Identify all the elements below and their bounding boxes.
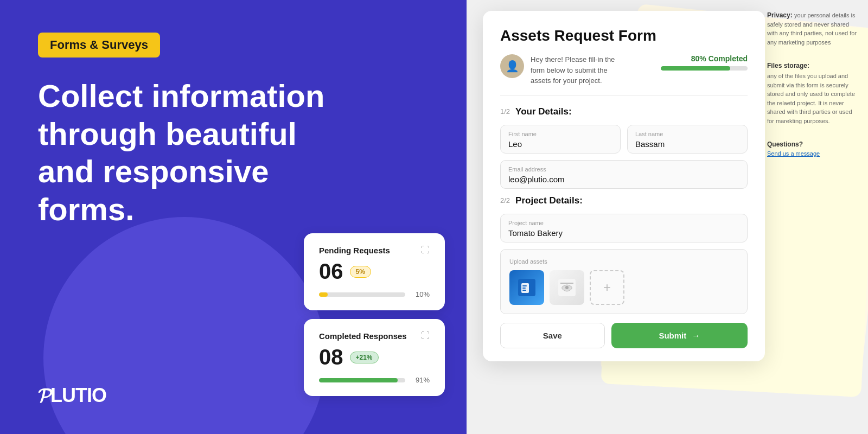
completed-number-row: 08 +21% <box>319 345 430 369</box>
svg-rect-4 <box>522 290 526 291</box>
form-progress-section: 80% Completed <box>661 54 748 71</box>
plutio-logo: 𝓟LUTIO <box>38 384 106 407</box>
questions-note-title: Questions? <box>767 141 859 148</box>
svg-rect-3 <box>522 288 526 289</box>
submit-button[interactable]: Submit → <box>611 323 748 348</box>
completed-progress-bar-bg <box>319 378 405 382</box>
completed-progress-bar-fill <box>319 378 398 382</box>
completed-number: 08 <box>319 345 343 369</box>
save-button[interactable]: Save <box>500 323 605 348</box>
completed-card-title: Completed Responses <box>319 331 407 341</box>
section2-step: 2/2 <box>500 196 510 205</box>
first-name-label: First name <box>508 131 612 137</box>
send-message-link[interactable]: Send us a message <box>767 150 820 157</box>
last-name-label: Last name <box>635 131 739 137</box>
upload-assets-area[interactable]: Upload assets <box>500 249 748 314</box>
pending-progress-bar-fill <box>319 292 328 297</box>
avatar-message-group: 👤 Hey there! Please fill-in the form bel… <box>500 54 628 86</box>
pending-progress-label: 10% <box>411 290 430 298</box>
project-name-value: Tomato Bakery <box>508 228 739 238</box>
project-name-field[interactable]: Project name Tomato Bakery <box>500 214 748 242</box>
pending-progress-row: 10% <box>319 290 430 298</box>
expand-icon-completed[interactable]: ⛶ <box>421 331 430 341</box>
side-notes-panel: Privacy: your personal details is safely… <box>767 11 859 172</box>
first-name-group: First name Leo <box>500 125 621 154</box>
first-name-field[interactable]: First name Leo <box>500 125 621 154</box>
files-note-text: any of the files you upload and submit v… <box>767 72 859 125</box>
card-header-pending: Pending Requests ⛶ <box>319 245 430 255</box>
pending-number: 06 <box>319 259 343 284</box>
submit-label: Submit <box>659 331 686 340</box>
project-name-label: Project name <box>508 220 739 226</box>
files-note: Files storage: any of the files you uplo… <box>767 62 859 125</box>
name-field-row: First name Leo Last name Bassam <box>500 125 748 154</box>
pending-badge: 5% <box>350 266 371 278</box>
form-card: Assets Request Form 👤 Hey there! Please … <box>483 11 765 361</box>
last-name-group: Last name Bassam <box>627 125 748 154</box>
email-field[interactable]: Email address leo@plutio.com <box>500 160 748 189</box>
headline: Collect information through beautiful an… <box>38 77 353 228</box>
form-header-row: 👤 Hey there! Please fill-in the form bel… <box>500 54 748 95</box>
form-title: Assets Request Form <box>500 27 748 44</box>
section1-title: Your Details: <box>515 106 572 117</box>
completed-responses-card: Completed Responses ⛶ 08 +21% 91% <box>304 319 445 396</box>
upload-thumb-2 <box>550 270 584 305</box>
logo-text: 𝓟LUTIO <box>38 384 106 407</box>
pending-card-title: Pending Requests <box>319 246 390 255</box>
stat-cards-container: Pending Requests ⛶ 06 5% 10% Completed R… <box>304 233 445 396</box>
completed-progress-row: 91% <box>319 376 430 384</box>
svg-point-7 <box>565 286 569 289</box>
section2-header: 2/2 Project Details: <box>500 195 748 206</box>
completed-badge: +21% <box>350 352 379 363</box>
avatar: 👤 <box>500 54 524 78</box>
first-name-value: Leo <box>508 139 612 149</box>
project-name-field-wrapper: Project name Tomato Bakery <box>500 214 748 242</box>
section1-step: 1/2 <box>500 107 510 116</box>
svg-rect-2 <box>522 285 527 286</box>
files-note-title: Files storage: <box>767 62 859 69</box>
questions-link[interactable]: Send us a message <box>767 150 859 157</box>
left-panel: Forms & Surveys Collect information thro… <box>0 0 467 434</box>
last-name-value: Bassam <box>635 139 739 149</box>
pending-progress-bar-bg <box>319 292 405 297</box>
email-label: Email address <box>508 166 739 173</box>
form-progress-bar-bg <box>661 66 748 71</box>
upload-thumb-1 <box>509 270 544 305</box>
expand-icon-pending[interactable]: ⛶ <box>421 245 430 255</box>
upload-add-button[interactable]: + <box>590 270 624 305</box>
section2-title: Project Details: <box>515 195 583 206</box>
email-value: leo@plutio.com <box>508 175 739 184</box>
email-field-wrapper: Email address leo@plutio.com <box>500 160 748 189</box>
upload-previews: + <box>509 270 738 305</box>
privacy-note-title: Privacy: your personal details is safely… <box>767 11 859 47</box>
submit-arrow-icon: → <box>692 331 700 340</box>
forms-surveys-badge: Forms & Surveys <box>38 33 160 58</box>
completed-progress-label: 91% <box>411 376 430 384</box>
intro-message: Hey there! Please fill-in the form below… <box>531 54 628 86</box>
section1-header: 1/2 Your Details: <box>500 106 748 117</box>
privacy-note: Privacy: your personal details is safely… <box>767 11 859 47</box>
upload-label: Upload assets <box>509 258 738 265</box>
questions-note: Questions? Send us a message <box>767 141 859 157</box>
card-header-completed: Completed Responses ⛶ <box>319 331 430 341</box>
right-panel: 21 /2021 2/09/2021 Bassam o.com ct sign … <box>467 0 868 434</box>
progress-percent-label: 80% Completed <box>661 54 748 63</box>
action-row: Save Submit → <box>500 323 748 348</box>
form-progress-bar-fill <box>661 66 730 71</box>
pending-requests-card: Pending Requests ⛶ 06 5% 10% <box>304 233 445 310</box>
pending-number-row: 06 5% <box>319 259 430 284</box>
last-name-field[interactable]: Last name Bassam <box>627 125 748 154</box>
